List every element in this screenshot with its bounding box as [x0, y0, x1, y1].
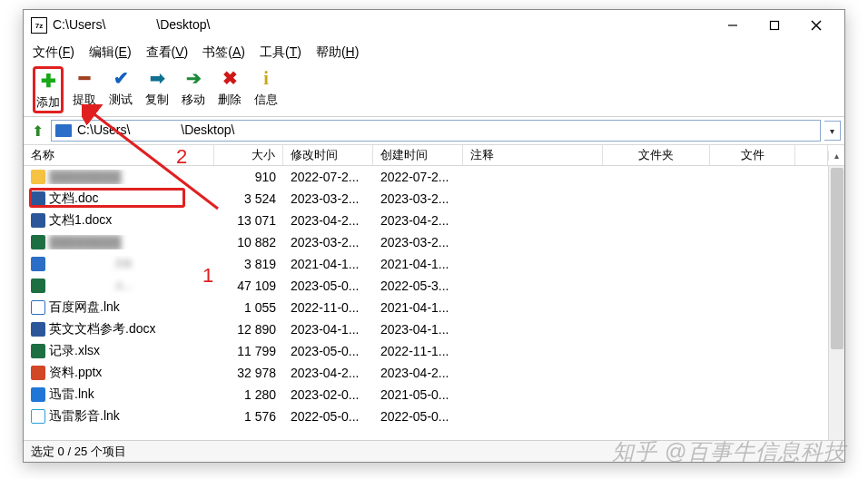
minimize-button[interactable] [712, 12, 754, 39]
toolbar-delete-label: 删除 [218, 92, 242, 108]
status-text: 选定 0 / 25 个项目 [31, 444, 126, 460]
vertical-scrollbar[interactable] [828, 166, 844, 440]
file-icon [31, 387, 45, 402]
cross-icon: ✖ [218, 66, 242, 90]
menu-edit[interactable]: 编辑(E) [89, 44, 132, 61]
file-name: 文档.doc [49, 191, 98, 207]
file-name-cell: 迅雷.lnk [24, 386, 214, 403]
toolbar-delete[interactable]: ✖ 删除 [214, 66, 245, 108]
app-icon: 7z [31, 17, 47, 34]
address-input[interactable]: C:\Users\ \Desktop\ [51, 120, 821, 142]
file-row[interactable]: 文档.doc3 5242023-03-2...2023-03-2... [24, 188, 828, 210]
menu-bookmark[interactable]: 书签(A) [202, 44, 245, 61]
menu-file[interactable]: 文件(F) [33, 44, 74, 61]
file-icon [31, 213, 45, 228]
scroll-up-button[interactable]: ▴ [828, 151, 844, 161]
col-header-folder[interactable]: 文件夹 [603, 145, 710, 165]
col-header-size[interactable]: 大小 [214, 145, 283, 165]
col-header-note[interactable]: 注释 [463, 145, 603, 165]
file-row[interactable]: .x...47 1092023-05-0...2022-05-3... [24, 275, 828, 297]
file-row[interactable]: ████████9102022-07-2...2022-07-2... [24, 166, 828, 188]
toolbar-test-label: 测试 [109, 92, 133, 108]
file-modified: 2022-11-0... [283, 300, 373, 315]
arrow-right-solid-icon: ➔ [182, 66, 205, 90]
info-icon: i [254, 66, 278, 90]
file-size: 12 890 [214, 322, 283, 337]
maximize-button[interactable] [754, 12, 795, 39]
file-size: 47 109 [214, 279, 283, 293]
up-folder-icon: ⬆ [32, 122, 44, 140]
file-name: .lnk [49, 256, 133, 272]
file-icon [31, 322, 45, 337]
file-name-cell: ████████ [24, 170, 214, 184]
file-modified: 2021-04-1... [283, 257, 373, 271]
window-title: C:\Users\ \Desktop\ [53, 17, 712, 34]
file-icon [31, 235, 45, 249]
file-size: 32 978 [214, 366, 283, 380]
col-header-created[interactable]: 创建时间 [373, 145, 463, 165]
file-size: 910 [214, 170, 283, 184]
file-size: 3 819 [214, 257, 283, 271]
toolbar-move-label: 移动 [182, 92, 205, 108]
file-name-cell: 文档1.docx [24, 212, 214, 229]
menu-help[interactable]: 帮助(H) [316, 44, 359, 61]
file-modified: 2023-05-0... [283, 279, 373, 293]
file-row[interactable]: .lnk3 8192021-04-1...2021-04-1... [24, 253, 828, 275]
file-name: 迅雷.lnk [49, 386, 94, 403]
up-folder-button[interactable]: ⬆ [27, 121, 47, 141]
file-row[interactable]: 文档1.docx13 0712023-04-2...2023-04-2... [24, 210, 828, 231]
file-row[interactable]: 迅雷影音.lnk1 5762022-05-0...2022-05-0... [24, 406, 828, 427]
scroll-thumb[interactable] [831, 168, 843, 349]
menu-view[interactable]: 查看(V) [146, 44, 189, 61]
toolbar-test[interactable]: ✔ 测试 [105, 66, 136, 108]
drive-icon [55, 124, 72, 137]
menu-tool[interactable]: 工具(T) [260, 44, 301, 61]
file-modified: 2023-02-0... [283, 387, 373, 402]
toolbar-add[interactable]: ✚ 添加 [33, 66, 64, 113]
check-icon: ✔ [109, 66, 133, 90]
plus-icon: ✚ [36, 69, 60, 93]
address-dropdown[interactable]: ▾ [824, 121, 841, 141]
file-name-cell: 英文文档参考.docx [24, 321, 214, 337]
toolbar-extract-label: 提取 [73, 92, 96, 108]
file-name: 记录.xlsx [49, 343, 100, 359]
column-headers: 名称 大小 修改时间 创建时间 注释 文件夹 文件 ▴ [24, 144, 844, 166]
file-row[interactable]: 资料.pptx32 9782023-04-2...2023-04-2... [24, 362, 828, 384]
file-name-cell: ████████ [24, 235, 214, 249]
file-icon [31, 409, 45, 424]
app-window: 7z C:\Users\ \Desktop\ 文件(F) 编辑(E) 查看(V)… [23, 9, 845, 463]
file-created: 2021-05-0... [373, 387, 463, 402]
col-header-files[interactable]: 文件 [710, 145, 795, 165]
file-modified: 2023-04-1... [283, 322, 373, 337]
file-row[interactable]: 记录.xlsx11 7992023-05-0...2022-11-1... [24, 340, 828, 362]
toolbar-move[interactable]: ➔ 移动 [178, 66, 209, 108]
toolbar-copy-label: 复制 [145, 92, 169, 108]
toolbar-extract[interactable]: ━ 提取 [69, 66, 100, 108]
toolbar-info[interactable]: i 信息 [251, 66, 281, 108]
file-list: ████████9102022-07-2...2022-07-2...文档.do… [24, 166, 844, 440]
file-row[interactable]: 英文文档参考.docx12 8902023-04-1...2023-04-1..… [24, 318, 828, 340]
file-created: 2022-07-2... [373, 170, 463, 184]
file-row[interactable]: 百度网盘.lnk1 0552022-11-0...2021-04-1... [24, 297, 828, 318]
file-row[interactable]: ████████10 8822023-03-2...2023-03-2... [24, 231, 828, 253]
file-row[interactable]: 迅雷.lnk1 2802023-02-0...2021-05-0... [24, 384, 828, 406]
titlebar: 7z C:\Users\ \Desktop\ [24, 10, 844, 41]
file-icon [31, 170, 45, 184]
svg-rect-1 [771, 22, 779, 30]
toolbar-copy[interactable]: ➡ 复制 [142, 66, 173, 108]
file-created: 2023-04-2... [373, 366, 463, 380]
file-modified: 2023-05-0... [283, 344, 373, 358]
file-name-cell: 百度网盘.lnk [24, 299, 214, 316]
col-header-modified[interactable]: 修改时间 [283, 145, 373, 165]
file-modified: 2023-03-2... [283, 235, 373, 249]
file-icon [31, 366, 45, 380]
toolbar-info-label: 信息 [254, 92, 278, 108]
arrow-right-icon: ➡ [145, 66, 169, 90]
file-name: 文档1.docx [49, 212, 112, 229]
file-created: 2023-04-1... [373, 322, 463, 337]
col-header-name[interactable]: 名称 [24, 145, 214, 165]
file-created: 2023-03-2... [373, 191, 463, 206]
file-modified: 2023-03-2... [283, 191, 373, 206]
file-modified: 2022-07-2... [283, 170, 373, 184]
close-button[interactable] [795, 12, 837, 39]
